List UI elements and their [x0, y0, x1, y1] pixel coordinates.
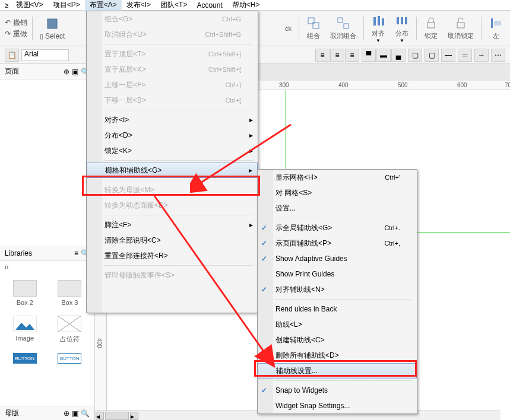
left-align-tool[interactable]: 左 — [489, 16, 503, 40]
menu-item: 管理母版触发事件<S> — [87, 268, 258, 283]
submenu-item[interactable]: 删除所有辅助线<D> — [258, 348, 417, 363]
ruler-tick: 300 — [279, 82, 289, 88]
align-right-icon[interactable]: ≡ — [345, 49, 359, 62]
menu-item[interactable]: 分布<D>▸ — [87, 128, 258, 143]
ungroup-tool[interactable]: 取消组合 — [330, 16, 356, 40]
more-icon[interactable]: ⋯ — [491, 49, 505, 62]
clipboard-icon[interactable]: 📋 — [5, 49, 19, 62]
valign-top-icon[interactable]: ▀ — [362, 49, 376, 62]
master-panel-footer: 母版 ⊕ ▣ 🔍 — [0, 406, 94, 420]
align-tool[interactable]: 对齐▼ — [371, 14, 385, 43]
submenu-item[interactable]: 对 网格<S> — [258, 185, 417, 201]
submenu-item[interactable]: Show Print Guides — [258, 266, 417, 282]
svg-rect-8 — [397, 17, 399, 24]
ruler-tick: 600 — [457, 82, 467, 88]
master-label: 母版 — [5, 408, 19, 418]
widget-image[interactable]: Image — [5, 313, 45, 346]
svg-rect-12 — [457, 23, 464, 28]
svg-rect-13 — [491, 18, 493, 28]
fill-icon[interactable]: ▢ — [408, 49, 422, 62]
menu-fragment: ≥ — [2, 0, 11, 11]
add-folder-icon[interactable]: ▣ — [72, 68, 78, 76]
menu-view[interactable]: 视图<V> — [11, 0, 48, 11]
menu-item: 上移一层<F>Ctrl+] — [87, 77, 258, 93]
submenu-item[interactable]: Widget Snap Settings... — [258, 398, 417, 413]
submenu-item[interactable]: ✓对齐辅助线<N> — [258, 282, 417, 297]
svg-rect-5 — [373, 17, 376, 26]
master-icons[interactable]: ⊕ ▣ 🔍 — [64, 409, 90, 418]
menu-item[interactable]: 栅格和辅助线<G>▸ — [87, 163, 258, 178]
group-tool[interactable]: 组合 — [306, 16, 321, 40]
menu-publish[interactable]: 发布<I> — [122, 0, 156, 11]
submenu-item[interactable]: Rend uides in Back — [258, 301, 417, 317]
menu-project[interactable]: 项目<P> — [48, 0, 85, 11]
valign-mid-icon[interactable]: ▬ — [376, 49, 391, 62]
submenu-item[interactable]: ✓Show Adaptive Guides — [258, 251, 417, 266]
align-left-icon[interactable]: ≡ — [315, 49, 330, 62]
line-icon[interactable]: — — [441, 49, 455, 62]
submenu-item[interactable]: 设置... — [258, 201, 417, 216]
menu-item[interactable]: 清除全部说明<C> — [87, 233, 258, 248]
undo-button[interactable]: ↶撤销 — [5, 18, 27, 28]
weight-icon[interactable]: ═ — [458, 49, 472, 62]
menu-item: 组合<G>Ctrl+G — [87, 11, 258, 27]
submenu-item[interactable]: 助线<L> — [258, 317, 417, 332]
page-tab-label: 页面 — [5, 66, 19, 77]
lib-menu-icon[interactable]: ≡ — [74, 249, 78, 257]
cut-label: ck — [285, 25, 292, 32]
widget-placeholder[interactable]: 占位符 — [50, 313, 90, 346]
widget-button1[interactable]: BUTTON — [5, 351, 45, 366]
valign-bot-icon[interactable]: ▄ — [391, 49, 406, 62]
align-center-icon[interactable]: ≡ — [330, 49, 344, 62]
menu-item: 转换为动态面板<D> — [87, 198, 258, 213]
svg-rect-11 — [427, 23, 435, 28]
menu-item[interactable]: 重置全部连接符<R> — [87, 248, 258, 263]
menu-item[interactable]: 对齐<I>▸ — [87, 112, 258, 128]
submenu-item[interactable]: ✓Snap to Widgets — [258, 383, 417, 398]
menu-item[interactable]: 脚注<F>▸ — [87, 217, 258, 233]
svg-rect-7 — [382, 18, 384, 26]
add-master-icon[interactable]: ⊕ — [64, 409, 69, 418]
widget-box2[interactable]: Box 2 — [5, 278, 45, 308]
ruler-tick: 400 — [338, 82, 349, 88]
grid-guides-submenu: 显示网格<H>Ctrl+'对 网格<S> 设置...✓ 示全局辅助线<G>Ctr… — [257, 169, 417, 414]
svg-rect-4 — [344, 24, 349, 28]
menu-team[interactable]: 团队<T> — [156, 0, 192, 11]
svg-rect-14 — [494, 21, 501, 26]
arrow-icon[interactable]: → — [474, 49, 489, 62]
svg-rect-9 — [401, 17, 403, 24]
distribute-tool[interactable]: 分布▼ — [395, 14, 409, 43]
widget-button2[interactable]: BUTTON — [50, 351, 90, 366]
library-grid: Box 2 Box 3 Image 占位符 BUTTON BUTTON — [0, 273, 94, 371]
menu-item: 置于顶层<T>Ctrl+Shift+] — [87, 46, 258, 62]
menu-item: 下移一层<B>Ctrl+[ — [87, 93, 258, 108]
menubar: ≥ 视图<V> 项目<P> 布置<A> 发布<I> 团队<T> Account … — [0, 0, 510, 11]
ruler-tick: 400 — [96, 338, 103, 348]
page-panel-header: 页面 ⊕ ▣ 🔍 — [0, 64, 94, 79]
add-page-icon[interactable]: ⊕ — [64, 68, 69, 76]
menu-help[interactable]: 帮助<H> — [227, 0, 265, 11]
widget-box3[interactable]: Box 3 — [50, 278, 90, 308]
submenu-item[interactable]: 辅助线设置... — [258, 363, 417, 378]
svg-rect-10 — [405, 17, 407, 24]
menu-item: 取消组合<U>Ctrl+Shift+G — [87, 27, 258, 42]
redo-button[interactable]: ↷重做 — [5, 29, 27, 39]
submenu-item[interactable]: ✓ 示全局辅助线<G>Ctrl+. — [258, 220, 417, 236]
left-panel: 页面 ⊕ ▣ 🔍 Libraries ≡ 🔍 n Box 2 Box 3 Ima… — [0, 64, 95, 420]
border-icon[interactable]: ▢ — [425, 49, 439, 62]
submenu-item[interactable]: 创建辅助线<C> — [258, 332, 417, 348]
submenu-item[interactable]: 显示网格<H>Ctrl+' — [258, 170, 417, 185]
menu-item[interactable]: 锁定<K>▸ — [87, 143, 258, 158]
menu-arrange[interactable]: 布置<A> — [85, 0, 122, 11]
libraries-header: Libraries ≡ 🔍 — [0, 246, 94, 261]
menu-account[interactable]: Account — [192, 0, 227, 11]
master-folder-icon[interactable]: ▣ — [72, 409, 78, 418]
select-tool[interactable]: ▯ Select — [40, 17, 65, 40]
font-select[interactable]: Arial — [21, 49, 69, 61]
lock-tool[interactable]: 锁定 — [424, 16, 438, 40]
ruler-tick: 500 — [398, 82, 408, 88]
unlock-tool[interactable]: 取消锁定 — [448, 16, 474, 40]
libraries-label: Libraries — [5, 249, 32, 257]
master-search-icon[interactable]: 🔍 — [81, 409, 90, 418]
submenu-item[interactable]: ✓ 示页面辅助线<P>Ctrl+, — [258, 236, 417, 251]
